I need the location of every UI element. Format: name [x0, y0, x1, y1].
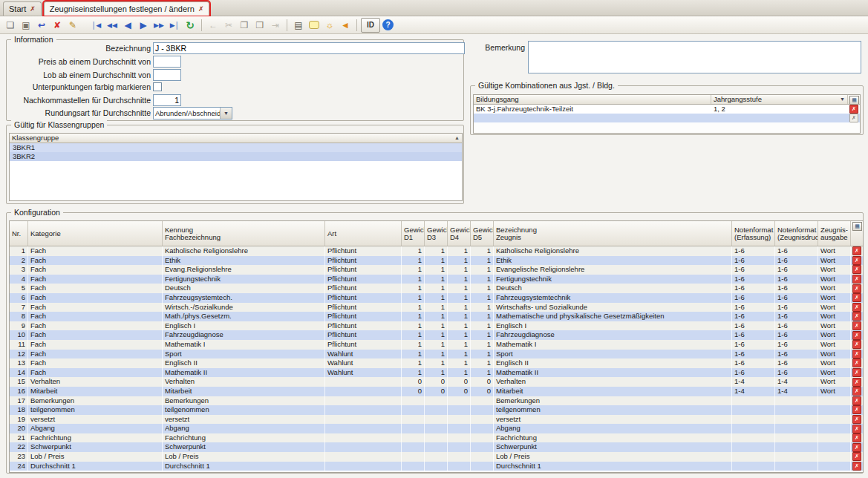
delete-row-icon[interactable]: ✗ — [852, 433, 861, 442]
new-record-icon[interactable]: ❏ — [3, 18, 18, 33]
delete-row-icon[interactable]: ✗ — [852, 405, 861, 414]
konfig-row[interactable]: 9FachEnglisch IPflichtunt1111Englisch I1… — [10, 321, 863, 331]
konfig-row[interactable]: 12FachSportWahlunt1111Sport1-61-6Wort✗ — [10, 350, 863, 359]
konfig-col-kategorie[interactable]: Kategorie — [28, 221, 163, 246]
delete-row-icon[interactable]: ✗ — [852, 331, 861, 340]
delete-row-icon[interactable]: ✗ — [852, 321, 861, 330]
konfig-col-nf_zeugnisdruck[interactable]: Notenformat (Zeugnisdruck) — [775, 221, 818, 246]
delete-row-icon[interactable]: ✗ — [852, 368, 861, 377]
konfig-row[interactable]: 5FachDeutschPflichtunt1111Deutsch1-61-6W… — [10, 284, 863, 293]
konfig-col-d4[interactable]: Gewicht D4 — [448, 221, 471, 246]
bemerkung-textarea[interactable] — [528, 41, 861, 73]
save-icon[interactable]: ▣ — [19, 18, 33, 33]
nachkommastellen-input[interactable] — [153, 94, 181, 106]
delete-row-icon[interactable]: ✗ — [852, 425, 861, 433]
konfig-col-bezeichnung[interactable]: Bezeichnung Zeugnis — [494, 221, 732, 246]
delete-row-icon[interactable]: ✗ — [852, 350, 861, 358]
delete-row-icon[interactable]: ✗ — [849, 114, 858, 122]
copy-icon[interactable]: ❐ — [237, 18, 252, 33]
edit-icon[interactable]: ✎ — [65, 18, 80, 33]
rundungsart-select[interactable]: Abrunden/Abschneiden ▼ — [153, 107, 232, 120]
comment-icon[interactable] — [307, 18, 322, 33]
konfig-col-nf_erfassung[interactable]: Notenformat (Erfassung) — [732, 221, 775, 246]
klassengruppe-row[interactable]: 3BKR2 — [10, 152, 462, 161]
konfig-row[interactable]: 14FachMathematik IIWahlunt1111Mathematik… — [10, 368, 863, 378]
hint-bulb-icon[interactable]: ☼ — [322, 18, 337, 33]
konfig-row[interactable]: 22SchwerpunktSchwerpunktSchwerpunkt✗ — [10, 442, 863, 452]
konfig-row[interactable]: 15VerhaltenVerhalten0000Verhalten1-41-4W… — [10, 377, 863, 387]
nav-forward-icon[interactable]: ▶ — [136, 18, 151, 33]
move-back-icon[interactable]: ← — [206, 18, 221, 33]
konfig-row[interactable]: 8FachMath./phys.Gesetzm.Pflichtunt1111Ma… — [10, 312, 863, 321]
konfig-row[interactable]: 19versetztversetztversetzt✗ — [10, 415, 863, 425]
nav-fast-back-icon[interactable]: ◀◀ — [105, 18, 120, 33]
konfig-row[interactable]: 13FachEnglisch IIWahlunt1111Englisch II1… — [10, 358, 863, 368]
help-icon[interactable]: ? — [382, 19, 394, 30]
tab-start[interactable]: Start✗ — [3, 1, 42, 16]
delete-row-icon[interactable]: ✗ — [849, 105, 858, 114]
konfig-row[interactable]: 23Lob / PreisLob / PreisLob / Preis✗ — [10, 452, 863, 462]
delete-row-icon[interactable]: ✗ — [852, 312, 861, 321]
delete-row-icon[interactable]: ✗ — [852, 275, 861, 284]
konfig-row[interactable]: 18teilgenommenteilgenommenteilgenommen✗ — [10, 405, 863, 415]
konfig-row[interactable]: 10FachFahrzeugdiagnosePflichtunt1111Fahr… — [10, 330, 863, 340]
kombinationen-col-jahrgangsstufe[interactable]: Jahrgangsstufe ▼ — [711, 95, 848, 104]
cut-icon[interactable]: ✂ — [221, 18, 236, 33]
column-config-icon[interactable]: ▦ — [852, 222, 862, 231]
konfig-col-art[interactable]: Art — [325, 221, 402, 246]
delete-row-icon[interactable]: ✗ — [852, 284, 861, 293]
konfig-col-d1[interactable]: Gewicht D1 — [402, 221, 425, 246]
konfig-row[interactable]: 20AbgangAbgangAbgang✗ — [10, 424, 863, 433]
tab-zeugniseinstellungen[interactable]: Zeugniseinstellungen festlegen / ändern✗ — [44, 1, 210, 16]
delete-row-icon[interactable]: ✗ — [852, 415, 861, 424]
paste-icon[interactable]: ❒ — [252, 18, 267, 33]
id-button[interactable]: ID — [361, 18, 380, 33]
konfig-row[interactable]: 11FachMathematik IPflichtunt1111Mathemat… — [10, 340, 863, 350]
klassengruppen-col-klassengruppe[interactable]: Klassengruppe ▲ — [10, 134, 462, 143]
klassengruppe-row[interactable]: 3BKR1 — [10, 143, 462, 152]
konfig-row[interactable]: 16MitarbeitMitarbeit0000Mitarbeit1-41-4W… — [10, 387, 863, 396]
preis-input[interactable] — [153, 56, 181, 68]
export-icon[interactable]: ⇥ — [268, 18, 283, 33]
delete-row-icon[interactable]: ✗ — [852, 340, 861, 349]
delete-row-icon[interactable]: ✗ — [852, 303, 861, 312]
delete-row-icon[interactable]: ✗ — [852, 396, 861, 405]
konfig-row[interactable]: 21FachrichtungFachrichtungFachrichtung✗ — [10, 433, 863, 443]
print-icon[interactable]: ▤ — [291, 18, 306, 33]
announce-horn-icon[interactable]: ◄ — [338, 18, 353, 33]
lob-input[interactable] — [153, 69, 181, 81]
refresh-icon[interactable]: ↻ — [183, 18, 198, 33]
konfig-col-d3[interactable]: Gewicht D3 — [425, 221, 448, 246]
konfig-col-nr[interactable]: Nr. — [10, 221, 28, 246]
konfig-col-d5[interactable]: Gewicht D5 — [471, 221, 494, 246]
konfig-col-ausgabe[interactable]: Zeugnis- ausgabe — [818, 221, 851, 246]
unterpunktungen-checkbox[interactable] — [153, 82, 162, 91]
delete-row-icon[interactable]: ✗ — [852, 452, 861, 461]
tab-close-icon[interactable]: ✗ — [198, 5, 204, 13]
konfig-row[interactable]: 3FachEvang.ReligionslehrePflichtunt1111E… — [10, 265, 863, 275]
nav-last-icon[interactable]: ▶│ — [167, 18, 182, 33]
delete-row-icon[interactable]: ✗ — [852, 293, 861, 302]
nav-first-icon[interactable]: │◀ — [89, 18, 104, 33]
kombination-row[interactable]: BK 3-j.Fahrzeugtechnik-Teilzeit1, 2✗ — [474, 105, 860, 114]
delete-row-icon[interactable]: ✗ — [852, 387, 861, 396]
kombinationen-col-bildungsgang[interactable]: Bildungsgang — [474, 95, 711, 104]
filter-dropdown-icon[interactable]: ▼ — [838, 96, 845, 103]
delete-icon[interactable]: ✘ — [50, 18, 65, 33]
delete-row-icon[interactable]: ✗ — [852, 358, 861, 367]
konfig-row[interactable]: 1FachKatholische ReligionslehrePflichtun… — [10, 246, 863, 256]
column-config-icon[interactable]: ▦ — [849, 96, 859, 104]
konfig-row[interactable]: 6FachFahrzeugsystemtech.Pflichtunt1111Fa… — [10, 293, 863, 303]
delete-row-icon[interactable]: ✗ — [852, 462, 861, 471]
tab-close-icon[interactable]: ✗ — [30, 5, 36, 13]
konfig-row[interactable]: 17BemerkungenBemerkungenBemerkungen✗ — [10, 396, 863, 406]
delete-row-icon[interactable]: ✗ — [852, 378, 861, 387]
delete-row-icon[interactable]: ✗ — [852, 256, 861, 265]
delete-row-icon[interactable]: ✗ — [852, 443, 861, 452]
nav-back-icon[interactable]: ◀ — [120, 18, 135, 33]
delete-row-icon[interactable]: ✗ — [852, 265, 861, 274]
delete-row-icon[interactable]: ✗ — [852, 246, 861, 255]
nav-fast-forward-icon[interactable]: ▶▶ — [151, 18, 166, 33]
konfig-row[interactable]: 24Durchschnitt 1Durchschnitt 1Durchschni… — [10, 462, 863, 471]
bezeichnung-input[interactable] — [153, 42, 465, 54]
